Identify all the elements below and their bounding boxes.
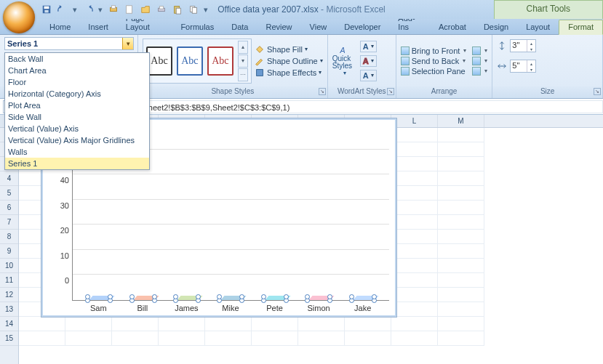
dropdown-item[interactable]: Floor (5, 76, 149, 88)
chart-element-combo[interactable]: ▼ (4, 37, 134, 50)
cell[interactable] (438, 244, 484, 259)
chart-element-dropdown[interactable]: Back WallChart AreaFloorHorizontal (Cate… (4, 52, 150, 170)
align-button[interactable]: ▾ (472, 46, 487, 55)
gallery-up-icon[interactable]: ▴ (238, 41, 248, 54)
copy-icon[interactable] (188, 4, 199, 15)
dropdown-item[interactable]: Vertical (Value) Axis (5, 123, 149, 134)
cell[interactable] (438, 186, 484, 201)
dropdown-item[interactable]: Chart Area (5, 65, 149, 76)
selection-handle[interactable] (173, 294, 178, 299)
tab-formulas[interactable]: Formulas (172, 20, 223, 34)
dropdown-item[interactable]: Back Wall (5, 53, 149, 65)
selection-handle[interactable] (261, 294, 266, 299)
gallery-down-icon[interactable]: ▾ (238, 54, 248, 68)
shape-style-swatch-3[interactable]: Abc (207, 46, 233, 76)
column-header[interactable]: L (391, 115, 438, 127)
chevron-down-icon[interactable]: ▼ (122, 38, 133, 49)
tab-view[interactable]: View (301, 20, 336, 34)
tab-insert[interactable]: Insert (79, 20, 117, 34)
print-preview-icon[interactable] (108, 4, 119, 15)
dropdown-item[interactable]: Side Wall (5, 111, 149, 123)
cell[interactable] (391, 142, 438, 157)
tab-home[interactable]: Home (41, 20, 79, 34)
selection-handle[interactable] (196, 294, 201, 299)
cell[interactable] (252, 331, 298, 346)
text-outline-button[interactable]: A▾ (360, 55, 377, 67)
cell[interactable] (19, 331, 65, 346)
cell[interactable] (391, 128, 438, 142)
selection-handle[interactable] (372, 294, 377, 299)
shape-style-swatch-2[interactable]: Abc (177, 46, 203, 76)
tab-format[interactable]: Format (559, 20, 603, 35)
cell[interactable] (391, 186, 438, 201)
dropdown-item[interactable]: Vertical (Value) Axis Major Gridlines (5, 134, 149, 146)
row-header[interactable]: 8 (0, 230, 18, 244)
cell[interactable] (65, 317, 112, 331)
cell[interactable] (112, 331, 159, 346)
cell[interactable] (205, 317, 252, 331)
cell[interactable] (298, 317, 345, 331)
shape-style-swatch-1[interactable]: Abc (146, 46, 172, 76)
cell[interactable] (345, 317, 391, 331)
cell[interactable] (438, 273, 484, 288)
shape-effects-button[interactable]: Shape Effects▾ (255, 68, 323, 78)
dropdown-item[interactable]: Series 1 (5, 158, 149, 169)
shape-style-gallery[interactable]: Abc Abc Abc ▴ ▾ ⋯ (143, 39, 252, 84)
cell[interactable] (391, 331, 438, 346)
column-header[interactable]: M (438, 115, 484, 127)
shape-fill-button[interactable]: Shape Fill▾ (255, 44, 323, 54)
selection-handle[interactable] (129, 294, 135, 299)
cell[interactable] (19, 317, 65, 331)
text-effects-button[interactable]: A▾ (360, 70, 377, 81)
cell[interactable] (438, 157, 484, 171)
width-stepper[interactable]: 5"▴▾ (510, 60, 536, 73)
shape-outline-button[interactable]: Shape Outline▾ (255, 56, 323, 66)
height-stepper[interactable]: 3"▴▾ (510, 39, 536, 52)
selection-handle[interactable] (284, 294, 289, 299)
row-header[interactable]: 15 (0, 331, 18, 346)
spinner-up-icon[interactable]: ▴ (527, 40, 535, 46)
cell[interactable] (112, 317, 159, 331)
row-header[interactable]: 4 (0, 171, 18, 186)
cell[interactable] (438, 288, 484, 302)
cell[interactable] (438, 230, 484, 244)
cell[interactable] (391, 157, 438, 171)
dialog-launcher-icon[interactable]: ↘ (387, 88, 394, 95)
tab-design[interactable]: Design (475, 20, 517, 34)
redo-icon[interactable] (82, 4, 94, 15)
row-header[interactable]: 13 (0, 302, 18, 317)
tab-review[interactable]: Review (257, 20, 300, 34)
spinner-down-icon[interactable]: ▾ (527, 66, 535, 72)
cell[interactable] (391, 273, 438, 288)
qat-customize-icon[interactable]: ▾ (204, 5, 209, 15)
chart-element-input[interactable] (5, 39, 122, 48)
row-header[interactable]: 6 (0, 201, 18, 215)
selection-pane-button[interactable]: Selection Pane (401, 67, 467, 76)
cell[interactable] (438, 201, 484, 215)
cell[interactable] (391, 259, 438, 273)
cell[interactable] (438, 302, 484, 317)
dropdown-item[interactable]: Horizontal (Category) Axis (5, 88, 149, 100)
cell[interactable] (438, 331, 484, 346)
row-header[interactable]: 12 (0, 288, 18, 302)
row-header[interactable]: 5 (0, 186, 18, 201)
tab-acrobat[interactable]: Acrobat (430, 20, 475, 34)
cell[interactable] (205, 331, 252, 346)
spinner-up-icon[interactable]: ▴ (527, 60, 535, 66)
dropdown-item[interactable]: Walls (5, 146, 149, 158)
cell[interactable] (391, 302, 438, 317)
row-header[interactable]: 11 (0, 273, 18, 288)
quick-print-icon[interactable] (156, 4, 167, 15)
row-header[interactable]: 10 (0, 259, 18, 273)
dropdown-item[interactable]: Plot Area (5, 100, 149, 111)
group-button[interactable]: ▾ (472, 57, 487, 65)
row-header[interactable]: 9 (0, 244, 18, 259)
cell[interactable] (391, 215, 438, 230)
cell[interactable] (159, 331, 205, 346)
cell[interactable] (391, 317, 438, 331)
cell[interactable] (252, 317, 298, 331)
cell[interactable] (438, 171, 484, 186)
tab-data[interactable]: Data (223, 20, 257, 34)
undo-dropdown-icon[interactable]: ▾ (73, 5, 78, 15)
cell[interactable] (438, 317, 484, 331)
